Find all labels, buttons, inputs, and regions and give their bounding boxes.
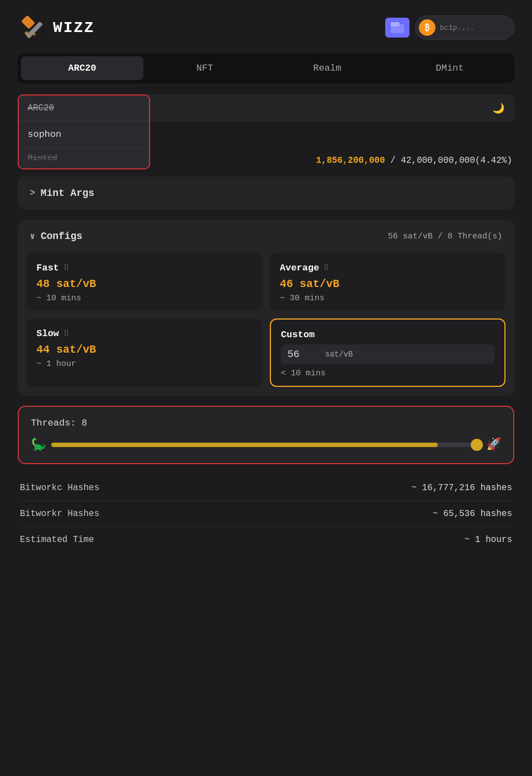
slider-max-emoji: 🚀 [486, 437, 501, 452]
fee-card-fast[interactable]: Fast ⠿ 48 sat/vB ~ 10 mins [26, 253, 262, 311]
header-right: ₿ bc1p.... [385, 15, 514, 40]
configs-chevron: ∨ [30, 231, 35, 242]
custom-unit: sat/vB [325, 350, 353, 359]
mint-args-chevron: > [30, 188, 35, 198]
tab-dmint[interactable]: DMint [389, 56, 511, 80]
wallet-address: bc1p.... [440, 24, 505, 32]
search-row: ARC20 sophon Minted 🌙 [18, 94, 514, 122]
threads-section: Threads: 8 🦕 🚀 [18, 406, 514, 464]
minted-current: 1,856,200,000 [316, 156, 385, 166]
slider-row: 🦕 🚀 [31, 437, 501, 452]
mint-args-label: Mint Args [41, 188, 94, 199]
fee-card-custom[interactable]: Custom sat/vB < 10 mins [270, 318, 506, 387]
mint-args-section: > Mint Args [18, 177, 514, 210]
configs-title: ∨ Configs [30, 231, 82, 242]
fee-card-average-header: Average ⠿ [280, 263, 496, 273]
fee-grid: Fast ⠿ 48 sat/vB ~ 10 mins Average ⠿ 46 … [18, 253, 514, 396]
tab-arc20[interactable]: ARC20 [21, 56, 143, 80]
svg-rect-6 [391, 22, 400, 26]
fee-card-custom-title: Custom [281, 329, 315, 340]
fee-card-average-title: Average [280, 263, 319, 273]
configs-section: ∨ Configs 56 sat/vB / 8 Thread(s) Fast ⠿… [18, 220, 514, 396]
svg-point-3 [29, 35, 31, 38]
tabs-container: ARC20 NFT Realm DMint [18, 53, 514, 83]
bitworkr-label: Bitworkr Hashes [20, 509, 99, 519]
tab-realm[interactable]: Realm [266, 56, 389, 80]
header: WIZZ ₿ bc1p.... [18, 0, 514, 53]
estimated-time-value: ~ 1 hours [465, 535, 512, 545]
fee-time-average: ~ 30 mins [280, 294, 496, 303]
svg-rect-1 [21, 15, 35, 29]
tab-nft[interactable]: NFT [143, 56, 266, 80]
info-row-estimated-time: Estimated Time ~ 1 hours [20, 527, 512, 552]
info-section: Bitworkc Hashes ~ 16,777,216 hashes Bitw… [18, 475, 514, 552]
fee-card-slow[interactable]: Slow ⠿ 44 sat/vB ~ 1 hour [26, 318, 262, 387]
search-dropdown[interactable]: ARC20 sophon Minted [18, 94, 150, 169]
bitworkr-value: ~ 65,536 hashes [433, 509, 512, 519]
fee-rate-slow: 44 sat/vB [36, 343, 252, 356]
dropdown-item-sophon[interactable]: sophon [19, 121, 149, 147]
fee-card-custom-header: Custom [281, 329, 494, 340]
fee-card-slow-title: Slow [36, 328, 59, 339]
btc-icon: ₿ [419, 19, 435, 36]
logo-icon [18, 13, 46, 42]
fee-dots-slow: ⠿ [63, 329, 69, 338]
info-row-bitworkc: Bitworkc Hashes ~ 16,777,216 hashes [20, 475, 512, 501]
bitworkc-value: ~ 16,777,216 hashes [412, 483, 512, 493]
custom-input-row[interactable]: sat/vB [281, 344, 494, 364]
dropdown-header: ARC20 [19, 95, 149, 121]
fee-card-fast-title: Fast [36, 263, 59, 273]
configs-meta: 56 sat/vB / 8 Thread(s) [388, 232, 502, 241]
fee-dots-fast: ⠿ [63, 263, 69, 273]
wallet-pill[interactable]: ₿ bc1p.... [415, 15, 514, 40]
minted-value: 1,856,200,000 / 42,000,000,000(4.42%) [316, 156, 512, 166]
minted-total: / 42,000,000,000(4.42%) [390, 156, 512, 166]
slider-track[interactable] [51, 443, 481, 447]
info-row-bitworkr: Bitworkr Hashes ~ 65,536 hashes [20, 501, 512, 527]
app-title: WIZZ [53, 19, 94, 36]
wallet-icon-box[interactable] [385, 18, 409, 38]
threads-label: Threads: 8 [31, 418, 501, 428]
fee-card-slow-header: Slow ⠿ [36, 328, 252, 339]
dropdown-footer: Minted [19, 147, 149, 168]
configs-header[interactable]: ∨ Configs 56 sat/vB / 8 Thread(s) [18, 220, 514, 253]
fee-time-custom: < 10 mins [281, 369, 494, 378]
slider-thumb[interactable] [471, 439, 483, 451]
fee-time-fast: ~ 10 mins [36, 294, 252, 303]
svg-point-4 [33, 33, 36, 36]
slider-fill [51, 443, 438, 447]
slider-min-emoji: 🦕 [31, 437, 46, 452]
logo-area: WIZZ [18, 13, 94, 42]
moon-icon: 🌙 [492, 102, 504, 114]
configs-label: Configs [41, 231, 83, 242]
svg-point-2 [25, 31, 28, 35]
bitworkc-label: Bitworkc Hashes [20, 483, 99, 493]
fee-rate-average: 46 sat/vB [280, 278, 496, 290]
estimated-time-label: Estimated Time [20, 535, 94, 545]
fee-dots-average: ⠿ [323, 263, 329, 273]
mint-args-title: > Mint Args [30, 188, 94, 199]
fee-time-slow: ~ 1 hour [36, 359, 252, 369]
fee-rate-fast: 48 sat/vB [36, 278, 252, 290]
fee-card-average[interactable]: Average ⠿ 46 sat/vB ~ 30 mins [270, 253, 506, 311]
mint-args-header[interactable]: > Mint Args [18, 177, 514, 210]
fee-card-fast-header: Fast ⠿ [36, 263, 252, 273]
custom-rate-input[interactable] [288, 349, 321, 360]
